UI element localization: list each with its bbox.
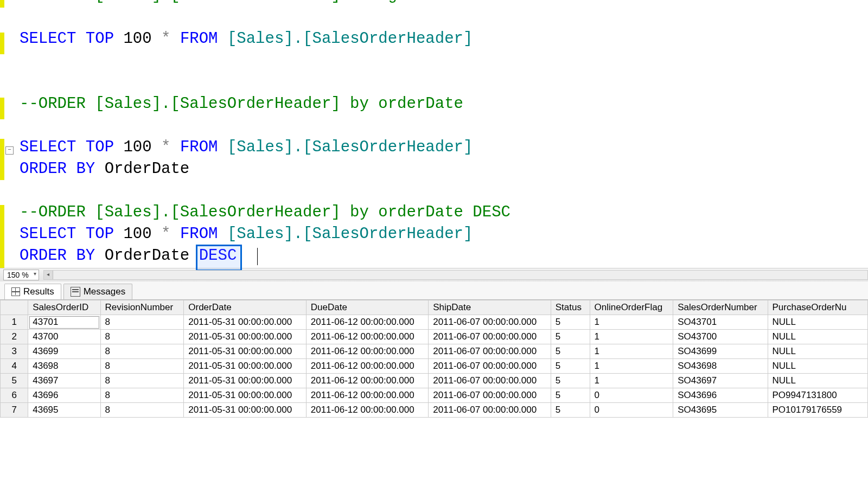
zoom-select[interactable]: 150 % <box>3 270 39 280</box>
grid-cell[interactable]: 5 <box>551 315 590 330</box>
grid-cell[interactable]: 2011-06-07 00:00:00.000 <box>429 388 551 403</box>
table-row[interactable]: 24370082011-05-31 00:00:00.0002011-06-12… <box>1 330 868 344</box>
tab-results-label: Results <box>23 286 54 297</box>
grid-cell[interactable]: 2011-06-12 00:00:00.000 <box>306 403 429 418</box>
row-number[interactable]: 1 <box>1 315 28 330</box>
tab-messages[interactable]: Messages <box>63 284 132 299</box>
grid-cell[interactable]: 0 <box>590 403 673 418</box>
grid-cell[interactable]: 8 <box>100 359 184 374</box>
grid-cell[interactable]: 2011-05-31 00:00:00.000 <box>184 359 307 374</box>
grid-cell[interactable]: 2011-06-07 00:00:00.000 <box>429 359 551 374</box>
grid-cell[interactable]: 2011-06-07 00:00:00.000 <box>429 315 551 330</box>
grid-cell[interactable]: 43696 <box>28 388 100 403</box>
grid-cell[interactable]: 8 <box>100 315 184 330</box>
grid-cell[interactable]: 2011-06-07 00:00:00.000 <box>429 403 551 418</box>
table-row[interactable]: 54369782011-05-31 00:00:00.0002011-06-12… <box>1 374 868 388</box>
grid-cell[interactable]: 43697 <box>28 374 100 388</box>
grid-cell[interactable]: SO43700 <box>673 330 768 344</box>
horizontal-scrollbar[interactable]: ◂ <box>43 270 868 280</box>
grid-cell[interactable]: 1 <box>590 344 673 359</box>
column-header[interactable]: DueDate <box>306 300 429 315</box>
fold-gutter: − <box>5 0 16 268</box>
row-number[interactable]: 2 <box>1 330 28 344</box>
grid-cell[interactable]: NULL <box>768 330 868 344</box>
column-header[interactable]: SalesOrderNumber <box>673 300 768 315</box>
table-row[interactable]: 64369682011-05-31 00:00:00.0002011-06-12… <box>1 388 868 403</box>
grid-cell[interactable]: 1 <box>590 374 673 388</box>
grid-cell[interactable]: 5 <box>551 344 590 359</box>
change-indicator-gutter <box>0 0 5 268</box>
grid-cell[interactable]: SO43699 <box>673 344 768 359</box>
grid-cell[interactable]: 8 <box>100 344 184 359</box>
grid-cell[interactable]: 2011-06-12 00:00:00.000 <box>306 330 429 344</box>
grid-cell[interactable]: 43698 <box>28 359 100 374</box>
tab-results[interactable]: Results <box>4 284 61 299</box>
grid-cell[interactable]: 2011-06-12 00:00:00.000 <box>306 388 429 403</box>
grid-cell[interactable]: 8 <box>100 403 184 418</box>
grid-cell[interactable]: 2011-06-12 00:00:00.000 <box>306 344 429 359</box>
sql-editor[interactable]: − check [Sales].[SalesOrderHeader] using… <box>0 0 868 268</box>
grid-cell[interactable]: 2011-05-31 00:00:00.000 <box>184 344 307 359</box>
grid-cell[interactable]: PO10179176559 <box>768 403 868 418</box>
grid-cell[interactable]: SO43698 <box>673 359 768 374</box>
grid-cell[interactable]: 2011-05-31 00:00:00.000 <box>184 388 307 403</box>
table-row[interactable]: 14370182011-05-31 00:00:00.0002011-06-12… <box>1 315 868 330</box>
grid-cell[interactable]: 5 <box>551 388 590 403</box>
grid-cell[interactable]: 5 <box>551 374 590 388</box>
grid-cell[interactable]: 2011-05-31 00:00:00.000 <box>184 374 307 388</box>
grid-cell[interactable]: 2011-05-31 00:00:00.000 <box>184 403 307 418</box>
grid-cell[interactable]: SO43696 <box>673 388 768 403</box>
grid-cell[interactable]: 2011-05-31 00:00:00.000 <box>184 330 307 344</box>
table-row[interactable]: 44369882011-05-31 00:00:00.0002011-06-12… <box>1 359 868 374</box>
column-header[interactable]: RevisionNumber <box>100 300 184 315</box>
results-pane[interactable]: SalesOrderIDRevisionNumberOrderDateDueDa… <box>0 300 868 418</box>
row-number[interactable]: 6 <box>1 388 28 403</box>
grid-cell[interactable]: SO43701 <box>673 315 768 330</box>
grid-cell[interactable]: 2011-06-12 00:00:00.000 <box>306 315 429 330</box>
column-header[interactable]: ShipDate <box>429 300 551 315</box>
results-grid[interactable]: SalesOrderIDRevisionNumberOrderDateDueDa… <box>0 300 868 418</box>
grid-cell[interactable]: 2011-06-07 00:00:00.000 <box>429 330 551 344</box>
grid-corner[interactable] <box>1 300 28 315</box>
grid-cell[interactable]: 5 <box>551 403 590 418</box>
grid-cell[interactable]: 43699 <box>28 344 100 359</box>
grid-cell[interactable]: 8 <box>100 388 184 403</box>
grid-cell[interactable]: 2011-05-31 00:00:00.000 <box>184 315 307 330</box>
grid-cell[interactable]: 43695 <box>28 403 100 418</box>
grid-cell[interactable]: PO9947131800 <box>768 388 868 403</box>
grid-cell[interactable]: 2011-06-07 00:00:00.000 <box>429 344 551 359</box>
grid-cell[interactable]: 5 <box>551 359 590 374</box>
grid-cell[interactable]: SO43697 <box>673 374 768 388</box>
grid-cell[interactable]: SO43695 <box>673 403 768 418</box>
grid-cell[interactable]: NULL <box>768 344 868 359</box>
grid-cell[interactable]: 1 <box>590 359 673 374</box>
grid-cell[interactable]: 5 <box>551 330 590 344</box>
column-header[interactable]: Status <box>551 300 590 315</box>
tab-messages-label: Messages <box>84 286 125 297</box>
grid-cell[interactable]: 8 <box>100 374 184 388</box>
column-header[interactable]: SalesOrderID <box>28 300 100 315</box>
grid-cell[interactable]: NULL <box>768 315 868 330</box>
grid-cell[interactable]: 2011-06-12 00:00:00.000 <box>306 374 429 388</box>
grid-cell[interactable]: 1 <box>590 330 673 344</box>
table-row[interactable]: 74369582011-05-31 00:00:00.0002011-06-12… <box>1 403 868 418</box>
row-number[interactable]: 3 <box>1 344 28 359</box>
grid-cell[interactable]: 2011-06-07 00:00:00.000 <box>429 374 551 388</box>
row-number[interactable]: 7 <box>1 403 28 418</box>
fold-toggle[interactable]: − <box>5 146 14 155</box>
row-number[interactable]: 5 <box>1 374 28 388</box>
column-header[interactable]: OrderDate <box>184 300 307 315</box>
grid-cell[interactable]: NULL <box>768 374 868 388</box>
grid-cell[interactable]: 43700 <box>28 330 100 344</box>
table-row[interactable]: 34369982011-05-31 00:00:00.0002011-06-12… <box>1 344 868 359</box>
grid-cell[interactable]: 2011-06-12 00:00:00.000 <box>306 359 429 374</box>
grid-cell[interactable]: 1 <box>590 315 673 330</box>
row-number[interactable]: 4 <box>1 359 28 374</box>
editor-status-bar: 150 % ◂ <box>0 268 868 281</box>
column-header[interactable]: OnlineOrderFlag <box>590 300 673 315</box>
grid-cell[interactable]: 43701 <box>28 315 100 330</box>
grid-cell[interactable]: 8 <box>100 330 184 344</box>
grid-cell[interactable]: NULL <box>768 359 868 374</box>
grid-cell[interactable]: 0 <box>590 388 673 403</box>
column-header[interactable]: PurchaseOrderNu <box>768 300 868 315</box>
